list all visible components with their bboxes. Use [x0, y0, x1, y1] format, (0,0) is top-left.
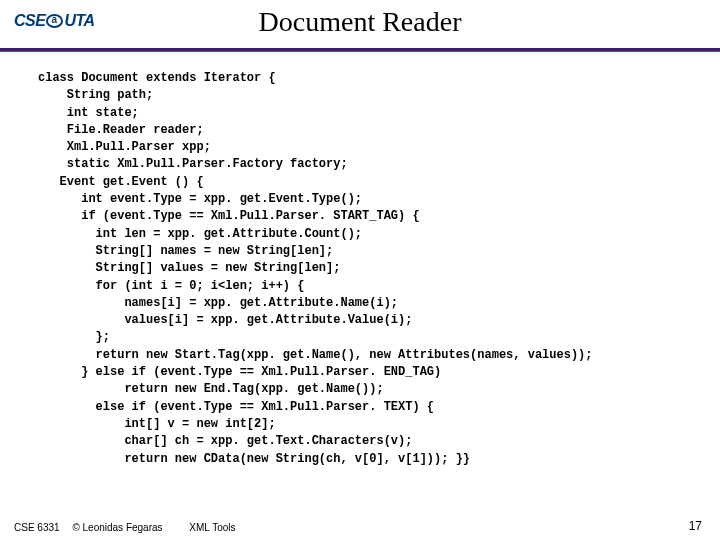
code-line: for (int i = 0; i<len; i++) {	[38, 279, 304, 293]
logo: CSEUTA	[14, 12, 95, 30]
code-line: names[i] = xpp. get.Attribute.Name(i);	[38, 296, 398, 310]
at-icon	[46, 14, 63, 28]
code-line: return new Start.Tag(xpp. get.Name(), ne…	[38, 348, 593, 362]
code-line: int len = xpp. get.Attribute.Count();	[38, 227, 362, 241]
code-line: };	[38, 330, 110, 344]
code-line: return new CData(new String(ch, v[0], v[…	[38, 452, 470, 466]
code-block: class Document extends Iterator { String…	[38, 70, 704, 468]
code-line: String[] values = new String[len];	[38, 261, 340, 275]
slide: CSEUTA Document Reader class Document ex…	[0, 0, 720, 540]
code-line: } else if (event.Type == Xml.Pull.Parser…	[38, 365, 441, 379]
code-line: int state;	[38, 106, 139, 120]
code-line: static Xml.Pull.Parser.Factory factory;	[38, 157, 348, 171]
code-line: String path;	[38, 88, 153, 102]
copyright: © Leonidas Fegaras	[72, 522, 162, 533]
code-line: Xml.Pull.Parser xpp;	[38, 140, 211, 154]
course-code: CSE 6331	[14, 522, 60, 533]
footer-title: XML Tools	[189, 522, 235, 533]
code-line: Event get.Event () {	[38, 175, 204, 189]
code-line: return new End.Tag(xpp. get.Name());	[38, 382, 384, 396]
code-line: else if (event.Type == Xml.Pull.Parser. …	[38, 400, 434, 414]
page-number: 17	[689, 519, 702, 533]
code-line: char[] ch = xpp. get.Text.Characters(v);	[38, 434, 412, 448]
logo-left-text: CSE	[14, 12, 45, 29]
code-line: if (event.Type == Xml.Pull.Parser. START…	[38, 209, 420, 223]
code-line: class Document extends Iterator {	[38, 71, 276, 85]
code-line: int event.Type = xpp. get.Event.Type();	[38, 192, 362, 206]
code-line: values[i] = xpp. get.Attribute.Value(i);	[38, 313, 412, 327]
logo-right-text: UTA	[64, 12, 94, 29]
code-line: String[] names = new String[len];	[38, 244, 333, 258]
header: CSEUTA Document Reader	[0, 0, 720, 54]
page-title: Document Reader	[0, 0, 720, 38]
code-line: int[] v = new int[2];	[38, 417, 276, 431]
footer: CSE 6331 © Leonidas Fegaras XML Tools 17	[14, 522, 706, 533]
divider	[0, 48, 720, 52]
code-line: File.Reader reader;	[38, 123, 204, 137]
